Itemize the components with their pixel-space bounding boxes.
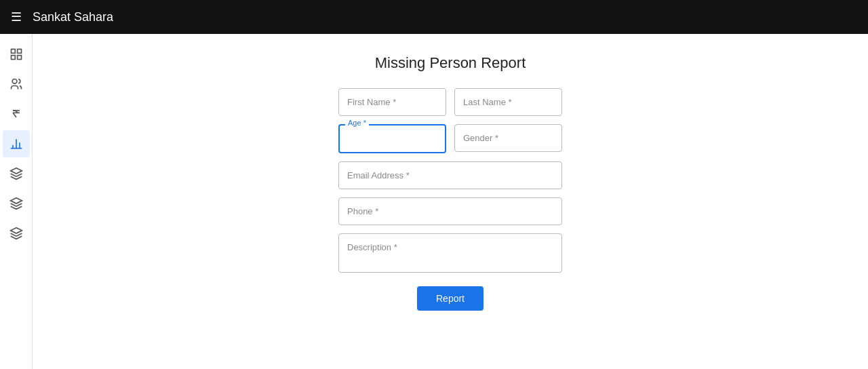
phone-input[interactable] — [338, 197, 562, 225]
page-title: Missing Person Report — [375, 54, 526, 72]
menu-icon[interactable]: ☰ — [11, 9, 22, 24]
topbar: ☰ Sankat Sahara — [0, 0, 868, 34]
age-field: Age * — [338, 124, 446, 153]
sidebar-item-layers2[interactable] — [3, 190, 30, 217]
svg-marker-13 — [10, 198, 22, 203]
description-input[interactable] — [338, 233, 562, 273]
email-input[interactable] — [338, 161, 562, 189]
age-input[interactable] — [338, 124, 446, 153]
sidebar-item-chart[interactable] — [3, 130, 30, 157]
last-name-input[interactable] — [454, 88, 562, 116]
last-name-field — [454, 88, 562, 116]
gender-field — [454, 124, 562, 153]
svg-rect-2 — [11, 56, 15, 60]
first-name-field — [338, 88, 446, 116]
sidebar-item-rupee[interactable] — [3, 100, 30, 128]
main-layout: Missing Person Report Age * — [0, 34, 868, 369]
sidebar-item-dashboard[interactable] — [3, 41, 30, 68]
age-gender-row: Age * — [338, 124, 562, 153]
sidebar — [0, 34, 33, 369]
sidebar-item-layers3[interactable] — [3, 220, 30, 247]
name-row — [338, 88, 562, 116]
gender-input[interactable] — [454, 124, 562, 152]
app-title: Sankat Sahara — [33, 10, 113, 24]
svg-point-4 — [12, 79, 17, 84]
svg-line-7 — [13, 113, 16, 117]
content-area: Missing Person Report Age * — [33, 34, 868, 369]
svg-rect-1 — [17, 50, 21, 54]
first-name-input[interactable] — [338, 88, 446, 116]
description-field — [338, 233, 562, 275]
email-field — [338, 161, 562, 189]
sidebar-item-layers1[interactable] — [3, 160, 30, 187]
age-label: Age * — [345, 119, 369, 127]
phone-field — [338, 197, 562, 225]
svg-rect-0 — [11, 50, 15, 54]
report-button[interactable]: Report — [417, 286, 484, 311]
svg-rect-3 — [17, 56, 21, 60]
report-form: Age * Report — [338, 88, 562, 311]
sidebar-item-people[interactable] — [3, 71, 30, 98]
svg-marker-14 — [10, 228, 22, 233]
svg-marker-12 — [10, 168, 22, 174]
